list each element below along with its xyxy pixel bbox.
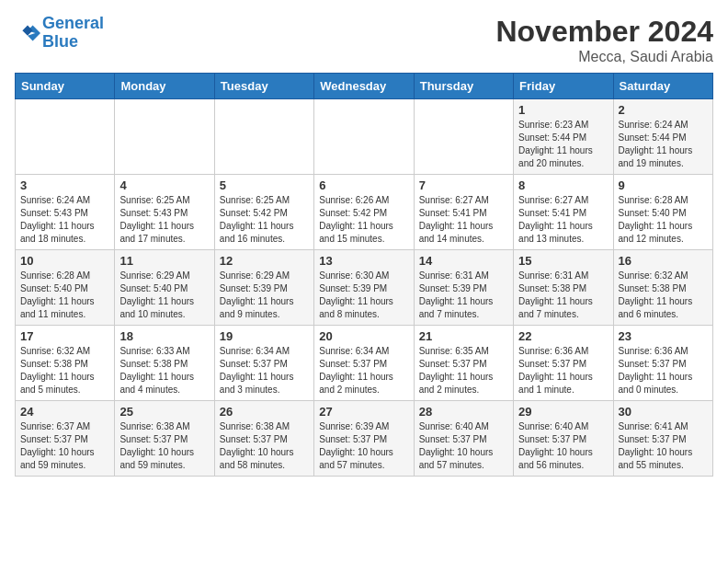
calendar-cell: 28Sunrise: 6:40 AM Sunset: 5:37 PM Dayli…	[414, 401, 513, 477]
day-info: Sunrise: 6:28 AM Sunset: 5:40 PM Dayligh…	[20, 270, 109, 321]
calendar-cell	[214, 99, 313, 175]
calendar-cell: 3Sunrise: 6:24 AM Sunset: 5:43 PM Daylig…	[16, 175, 115, 250]
calendar-cell	[16, 99, 115, 175]
calendar-cell: 12Sunrise: 6:29 AM Sunset: 5:39 PM Dayli…	[214, 250, 313, 326]
day-number: 19	[220, 329, 309, 343]
calendar-cell: 4Sunrise: 6:25 AM Sunset: 5:43 PM Daylig…	[115, 175, 214, 250]
day-number: 1	[518, 103, 608, 117]
day-number: 5	[220, 178, 309, 192]
day-number: 6	[319, 178, 408, 192]
day-info: Sunrise: 6:26 AM Sunset: 5:42 PM Dayligh…	[319, 194, 408, 246]
day-info: Sunrise: 6:23 AM Sunset: 5:44 PM Dayligh…	[518, 119, 608, 170]
calendar-cell: 1Sunrise: 6:23 AM Sunset: 5:44 PM Daylig…	[514, 99, 613, 175]
day-info: Sunrise: 6:37 AM Sunset: 5:37 PM Dayligh…	[20, 420, 109, 472]
weekday-header-thursday: Thursday	[414, 74, 513, 99]
calendar-cell: 23Sunrise: 6:36 AM Sunset: 5:37 PM Dayli…	[613, 326, 712, 401]
logo: General Blue	[15, 15, 104, 52]
page-header: General Blue November 2024 Mecca, Saudi …	[15, 15, 713, 65]
calendar-cell: 17Sunrise: 6:32 AM Sunset: 5:38 PM Dayli…	[16, 326, 115, 401]
calendar-cell	[115, 99, 214, 175]
day-info: Sunrise: 6:38 AM Sunset: 5:37 PM Dayligh…	[119, 420, 209, 472]
weekday-header-sunday: Sunday	[16, 74, 115, 99]
calendar-cell: 18Sunrise: 6:33 AM Sunset: 5:38 PM Dayli…	[115, 326, 214, 401]
day-info: Sunrise: 6:33 AM Sunset: 5:38 PM Dayligh…	[119, 345, 209, 396]
day-number: 17	[20, 329, 109, 343]
day-number: 28	[419, 405, 508, 419]
day-number: 18	[119, 329, 209, 343]
location: Mecca, Saudi Arabia	[495, 49, 713, 65]
day-info: Sunrise: 6:28 AM Sunset: 5:40 PM Dayligh…	[619, 194, 708, 246]
calendar-cell: 15Sunrise: 6:31 AM Sunset: 5:38 PM Dayli…	[514, 250, 613, 326]
weekday-header-tuesday: Tuesday	[214, 74, 313, 99]
calendar-cell: 10Sunrise: 6:28 AM Sunset: 5:40 PM Dayli…	[16, 250, 115, 326]
weekday-header-monday: Monday	[115, 74, 214, 99]
day-info: Sunrise: 6:34 AM Sunset: 5:37 PM Dayligh…	[319, 345, 408, 396]
day-number: 16	[619, 254, 708, 268]
calendar-cell: 21Sunrise: 6:35 AM Sunset: 5:37 PM Dayli…	[414, 326, 513, 401]
day-number: 20	[319, 329, 408, 343]
day-info: Sunrise: 6:40 AM Sunset: 5:37 PM Dayligh…	[518, 420, 608, 472]
calendar-header: SundayMondayTuesdayWednesdayThursdayFrid…	[16, 74, 713, 99]
calendar-cell: 19Sunrise: 6:34 AM Sunset: 5:37 PM Dayli…	[214, 326, 313, 401]
day-info: Sunrise: 6:32 AM Sunset: 5:38 PM Dayligh…	[20, 345, 109, 396]
day-number: 13	[319, 254, 408, 268]
logo-text: General Blue	[42, 15, 104, 52]
day-info: Sunrise: 6:35 AM Sunset: 5:37 PM Dayligh…	[419, 345, 508, 396]
calendar-cell: 6Sunrise: 6:26 AM Sunset: 5:42 PM Daylig…	[314, 175, 414, 250]
day-info: Sunrise: 6:38 AM Sunset: 5:37 PM Dayligh…	[220, 420, 309, 472]
calendar-cell	[414, 99, 513, 175]
week-row-3: 17Sunrise: 6:32 AM Sunset: 5:38 PM Dayli…	[16, 326, 713, 401]
day-info: Sunrise: 6:27 AM Sunset: 5:41 PM Dayligh…	[419, 194, 508, 246]
day-info: Sunrise: 6:36 AM Sunset: 5:37 PM Dayligh…	[619, 345, 708, 396]
day-info: Sunrise: 6:29 AM Sunset: 5:39 PM Dayligh…	[220, 270, 309, 321]
day-number: 29	[518, 405, 608, 419]
week-row-1: 3Sunrise: 6:24 AM Sunset: 5:43 PM Daylig…	[16, 175, 713, 250]
calendar-cell: 20Sunrise: 6:34 AM Sunset: 5:37 PM Dayli…	[314, 326, 414, 401]
day-info: Sunrise: 6:31 AM Sunset: 5:39 PM Dayligh…	[419, 270, 508, 321]
weekday-header-row: SundayMondayTuesdayWednesdayThursdayFrid…	[16, 74, 713, 99]
calendar-cell: 22Sunrise: 6:36 AM Sunset: 5:37 PM Dayli…	[514, 326, 613, 401]
calendar-cell: 27Sunrise: 6:39 AM Sunset: 5:37 PM Dayli…	[314, 401, 414, 477]
calendar-cell	[314, 99, 414, 175]
calendar-cell: 2Sunrise: 6:24 AM Sunset: 5:44 PM Daylig…	[613, 99, 712, 175]
day-number: 7	[419, 178, 508, 192]
day-info: Sunrise: 6:39 AM Sunset: 5:37 PM Dayligh…	[319, 420, 408, 472]
day-info: Sunrise: 6:41 AM Sunset: 5:37 PM Dayligh…	[619, 420, 708, 472]
day-number: 12	[220, 254, 309, 268]
calendar-body: 1Sunrise: 6:23 AM Sunset: 5:44 PM Daylig…	[16, 99, 713, 477]
day-number: 2	[619, 103, 708, 117]
day-info: Sunrise: 6:34 AM Sunset: 5:37 PM Dayligh…	[220, 345, 309, 396]
day-number: 11	[119, 254, 209, 268]
calendar-cell: 8Sunrise: 6:27 AM Sunset: 5:41 PM Daylig…	[514, 175, 613, 250]
day-info: Sunrise: 6:24 AM Sunset: 5:44 PM Dayligh…	[619, 119, 708, 170]
day-number: 25	[119, 405, 209, 419]
title-section: November 2024 Mecca, Saudi Arabia	[495, 15, 713, 65]
month-title: November 2024	[495, 15, 713, 49]
calendar-cell: 7Sunrise: 6:27 AM Sunset: 5:41 PM Daylig…	[414, 175, 513, 250]
day-info: Sunrise: 6:29 AM Sunset: 5:40 PM Dayligh…	[119, 270, 209, 321]
calendar-cell: 16Sunrise: 6:32 AM Sunset: 5:38 PM Dayli…	[613, 250, 712, 326]
day-number: 24	[20, 405, 109, 419]
weekday-header-saturday: Saturday	[613, 74, 712, 99]
day-info: Sunrise: 6:24 AM Sunset: 5:43 PM Dayligh…	[20, 194, 109, 246]
day-number: 22	[518, 329, 608, 343]
day-number: 15	[518, 254, 608, 268]
calendar-cell: 29Sunrise: 6:40 AM Sunset: 5:37 PM Dayli…	[514, 401, 613, 477]
calendar-cell: 9Sunrise: 6:28 AM Sunset: 5:40 PM Daylig…	[613, 175, 712, 250]
week-row-2: 10Sunrise: 6:28 AM Sunset: 5:40 PM Dayli…	[16, 250, 713, 326]
calendar-table: SundayMondayTuesdayWednesdayThursdayFrid…	[15, 73, 713, 477]
day-number: 3	[20, 178, 109, 192]
day-info: Sunrise: 6:31 AM Sunset: 5:38 PM Dayligh…	[518, 270, 608, 321]
calendar-cell: 25Sunrise: 6:38 AM Sunset: 5:37 PM Dayli…	[115, 401, 214, 477]
weekday-header-wednesday: Wednesday	[314, 74, 414, 99]
calendar-cell: 5Sunrise: 6:25 AM Sunset: 5:42 PM Daylig…	[214, 175, 313, 250]
day-number: 30	[619, 405, 708, 419]
day-info: Sunrise: 6:30 AM Sunset: 5:39 PM Dayligh…	[319, 270, 408, 321]
weekday-header-friday: Friday	[514, 74, 613, 99]
calendar-cell: 26Sunrise: 6:38 AM Sunset: 5:37 PM Dayli…	[214, 401, 313, 477]
calendar-cell: 14Sunrise: 6:31 AM Sunset: 5:39 PM Dayli…	[414, 250, 513, 326]
day-info: Sunrise: 6:27 AM Sunset: 5:41 PM Dayligh…	[518, 194, 608, 246]
day-number: 21	[419, 329, 508, 343]
day-info: Sunrise: 6:36 AM Sunset: 5:37 PM Dayligh…	[518, 345, 608, 396]
day-info: Sunrise: 6:32 AM Sunset: 5:38 PM Dayligh…	[619, 270, 708, 321]
